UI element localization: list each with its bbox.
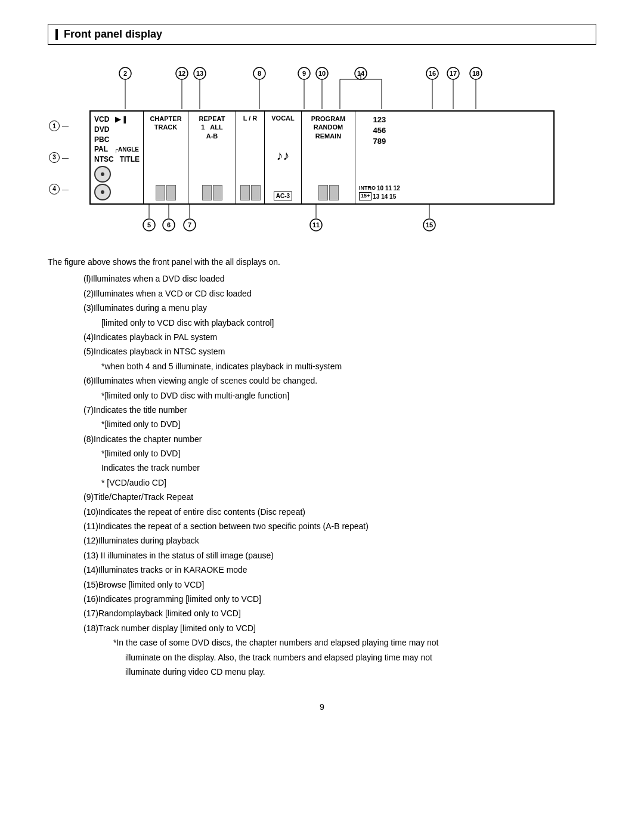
svg-text:9: 9 [302,70,306,77]
num-5: 5 [377,125,382,136]
num-8: 8 [377,136,382,147]
desc-item-3: (3)Illuminates during a menu play [48,301,596,314]
callout-1-arrow: — [62,122,69,129]
desc-item-8: (8)Indicates the chapter number [48,433,596,446]
ac3-badge: AC-3 [274,192,292,200]
intro-label: INTRO [359,185,376,192]
desc-item-8a: *[limited only to DVD] [48,447,596,460]
desc-item-1: (l)Illuminates when a DVD disc loaded [48,272,596,285]
numbers-grid: 1 2 3 4 5 6 7 8 9 [373,115,386,147]
diagram-area: 2 12 13 8 9 10 14 [48,63,596,237]
chapter-label: CHAPTER [150,115,181,123]
desc-item-8c: * [VCD/audio CD] [48,476,596,489]
callout-3-circle: 3 [49,152,60,163]
num-13-14-15: 13 14 15 [373,193,396,200]
desc-item-18: (18)Track number display [limited only t… [48,622,596,635]
desc-item-9: (9)Title/Chapter/Track Repeat [48,490,596,504]
disc-icon-2 [94,184,111,200]
chapter-track-labels: CHAPTER TRACK [150,115,181,132]
callout-1-circle: 1 [49,121,60,131]
callout-3: 3 — [49,152,69,163]
dvd-label: DVD [94,125,140,135]
svg-text:17: 17 [450,70,457,77]
desc-item-17: (17)Randomplayback [limited only to VCD] [48,607,596,620]
svg-text:12: 12 [178,70,185,77]
display-panel: VCD ▶ ‖ DVD PBC PAL ┌ANGLE NTSC TITLE [89,110,555,205]
num-1: 1 [373,115,377,125]
track-label: TRACK [150,123,181,131]
seg-rp-2 [213,185,222,200]
desc-item-7: (7)Indicates the title number [48,403,596,416]
num-10-11-12: 10 11 12 [377,184,400,192]
numbers-bottom: INTRO 10 11 12 15+ 13 14 15 [359,184,400,200]
ntsc-title-label: NTSC TITLE [94,155,140,165]
top-callouts-svg: 2 12 13 8 9 10 14 [89,63,555,110]
desc-item-11: (11)Indicates the repeat of a section be… [48,520,596,533]
desc-item-15: (15)Browse [limited only to VCD] [48,578,596,591]
vocal-section: VOCAL ♪♪ AC-3 [265,112,302,203]
svg-text:5: 5 [147,221,151,228]
seg-ch-1 [156,185,165,200]
desc-item-5a: *when both 4 and 5 illuminate, indicates… [48,360,596,373]
callout-3-arrow: — [62,154,69,161]
left-callouts: 1 — 3 — 4 — [49,110,69,205]
num-7: 7 [373,136,377,147]
repeat-labels: REPEAT 1 ALL A-B [199,115,225,140]
page-number: 9 [48,702,596,712]
intro-row: INTRO 10 11 12 [359,184,400,192]
desc-item-8b: Indicates the track number [48,461,596,474]
svg-text:16: 16 [429,70,436,77]
repeat-1all-label: 1 ALL [199,123,225,131]
vcd-labels: VCD ▶ ‖ DVD PBC PAL ┌ANGLE NTSC TITLE [94,115,140,165]
page-title: Front panel display [64,28,162,41]
bottom-callouts-svg: 5 6 7 11 15 [130,205,595,237]
svg-text:10: 10 [318,70,326,77]
callout-4: 4 — [49,184,69,194]
panel-diagram: 2 12 13 8 9 10 14 [89,63,555,237]
lr-label: L / R [243,115,258,122]
box15-row: 15+ 13 14 15 [359,192,400,200]
box-15-label: 15+ [359,192,371,200]
description-intro: The figure above shows the front panel w… [48,255,596,268]
desc-item-3a: [limited only to VCD disc with playback … [48,316,596,329]
desc-item-5: (5)Indicates playback in NTSC system [48,345,596,358]
vcd-label: VCD ▶ ‖ [94,115,140,125]
num-3: 3 [382,115,386,125]
desc-item-2: (2)Illuminates when a VCD or CD disc loa… [48,287,596,300]
seg-ch-2 [166,185,176,200]
svg-text:6: 6 [167,221,171,228]
numbers-section: 1 2 3 4 5 6 7 8 9 INTRO 10 11 12 [355,112,404,203]
desc-item-10: (10)Indicates the repeat of entire disc … [48,505,596,518]
desc-note-1: *In the case of some DVD discs, the chap… [48,636,596,649]
disc-center-2 [101,190,104,194]
music-note-icon: ♪♪ [277,148,290,163]
disc-center-1 [101,172,104,176]
desc-note-3: illuminate during video CD menu play. [48,665,596,678]
num-9: 9 [382,136,386,147]
seg-lr-1 [240,185,250,200]
desc-item-14: (14)Illuminates tracks or in KARAOKE mod… [48,563,596,576]
lr-section: L / R [236,112,265,203]
num-2: 2 [377,115,382,125]
program-label: PROGRAM [311,115,345,123]
remain-label: REMAIN [311,132,345,140]
seg-rp-1 [202,185,212,200]
lr-segs [240,185,261,200]
program-section: PROGRAM RANDOM REMAIN [302,112,355,203]
desc-item-4: (4)Indicates playback in PAL system [48,331,596,344]
vocal-label: VOCAL [271,115,295,122]
desc-item-12: (12)Illuminates during playback [48,534,596,547]
desc-item-13: (13) II illuminates in the status of sti… [48,549,596,562]
disc-icon-1 [94,166,111,183]
desc-note-2: illuminate on the display. Also, the tra… [48,651,596,664]
svg-text:18: 18 [472,70,479,77]
num-6: 6 [382,125,386,136]
vcd-section: VCD ▶ ‖ DVD PBC PAL ┌ANGLE NTSC TITLE [91,112,144,203]
svg-text:15: 15 [426,221,433,228]
svg-text:13: 13 [196,70,203,77]
program-labels: PROGRAM RANDOM REMAIN [311,115,345,140]
repeat-segs [202,185,222,200]
seg-pg-2 [329,185,339,200]
description: The figure above shows the front panel w… [48,255,596,678]
seg-pg-1 [318,185,328,200]
